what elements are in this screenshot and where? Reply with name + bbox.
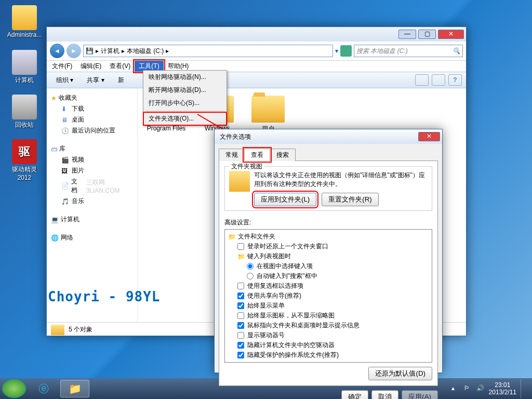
tab-general[interactable]: 常规 (219, 149, 245, 161)
advanced-setting-item[interactable]: 使用复选框以选择项 (228, 281, 429, 291)
computer-icon: 💻 (51, 216, 59, 223)
menu-map-drive[interactable]: 映射网络驱动器(N)... (143, 71, 227, 84)
taskbar-explorer[interactable]: 📁 (60, 380, 89, 397)
menu-sync-center[interactable]: 打开同步中心(S)... (143, 97, 227, 110)
sidebar-computer[interactable]: 💻计算机 (49, 214, 135, 225)
checkbox[interactable] (237, 292, 244, 299)
date: 2013/2/11 (489, 389, 516, 396)
advanced-setting-item[interactable]: 登录时还原上一个文件夹窗口 (228, 242, 429, 251)
library-icon: 🗃 (51, 145, 57, 153)
breadcrumb[interactable]: 💾 ▸ 计算机 ▸ 本地磁盘 (C:) ▸ (83, 45, 333, 57)
forward-button[interactable]: ► (66, 44, 81, 58)
checkbox[interactable] (237, 243, 244, 250)
checkbox[interactable] (237, 302, 244, 309)
advanced-setting-item[interactable]: 自动键入到"搜索"框中 (228, 271, 429, 281)
ok-button[interactable]: 确定 (341, 390, 368, 399)
app-icon: 驱 (12, 139, 37, 164)
flag-icon[interactable]: 🏳 (464, 384, 472, 393)
cancel-button[interactable]: 取消 (371, 390, 398, 399)
toolbar-new[interactable]: 新 (113, 75, 129, 86)
volume-icon[interactable]: 🔊 (476, 384, 485, 393)
sidebar-item-desktop[interactable]: 🖥桌面 (49, 114, 135, 125)
toolbar-share[interactable]: 共享 ▾ (82, 75, 109, 86)
sidebar-item-pictures[interactable]: 🖼图片 (49, 165, 135, 176)
sidebar-item-recent[interactable]: 🕓最近访问的位置 (49, 125, 135, 136)
menu-file[interactable]: 文件(F) (48, 61, 76, 72)
reset-folders-button[interactable]: 重置文件夹(R) (322, 193, 379, 206)
desktop-icon-label: 回收站 (15, 121, 34, 128)
preview-pane-button[interactable] (432, 74, 445, 86)
checkbox[interactable] (237, 342, 244, 349)
sidebar-item-music[interactable]: 🎵音乐 (49, 196, 135, 207)
view-mode-button[interactable] (415, 74, 429, 86)
close-button[interactable]: ✕ (438, 30, 464, 39)
checkbox[interactable] (237, 322, 244, 329)
close-button[interactable]: ✕ (418, 132, 440, 141)
advanced-setting-item[interactable]: 鼠标指向文件夹和桌面项时显示提示信息 (228, 321, 429, 330)
advanced-setting-item: 📁文件和文件夹 (228, 232, 429, 242)
show-desktop-button[interactable] (521, 379, 526, 398)
folder-options-dialog: 文件夹选项 ✕ 常规 查看 搜索 文件夹视图 可以将该文件夹正在使用的视图（例如… (214, 129, 443, 373)
radio[interactable] (247, 273, 254, 280)
tab-view[interactable]: 查看 (244, 149, 270, 161)
sidebar-libraries[interactable]: 🗃库 (49, 143, 135, 154)
taskbar-ie[interactable]: ⓔ (29, 380, 58, 397)
menu-view[interactable]: 查看(V) (105, 61, 135, 72)
minimize-button[interactable]: — (398, 30, 416, 39)
sidebar-item-video[interactable]: 🎬视频 (49, 154, 135, 165)
breadcrumb-item[interactable]: 本地磁盘 (C:) (127, 47, 164, 56)
advanced-setting-item[interactable]: 隐藏受保护的操作系统文件(推荐) (228, 350, 429, 360)
folder-item[interactable]: 用户 (245, 96, 291, 134)
breadcrumb-item[interactable]: 计算机 (101, 47, 119, 56)
toolbar: 组织 ▾ 共享 ▾ 新 ? (47, 72, 466, 88)
desktop-icon-admin[interactable]: Administra... (6, 5, 43, 38)
desktop-icon: 🖥 (61, 116, 70, 124)
advanced-label: 高级设置: (224, 218, 432, 227)
maximize-button[interactable]: ▢ (418, 30, 436, 39)
clock[interactable]: 23:01 2013/2/11 (489, 381, 516, 396)
dialog-titlebar[interactable]: 文件夹选项 ✕ (215, 129, 442, 144)
tab-search[interactable]: 搜索 (270, 149, 296, 161)
desktop-icon-computer[interactable]: 计算机 (6, 50, 43, 85)
desktop-icon-driver[interactable]: 驱 驱动精灵2012 (6, 139, 43, 181)
video-icon: 🎬 (61, 156, 70, 164)
folder-views-group: 文件夹视图 可以将该文件夹正在使用的视图（例如"详细信息"或"图标"）应用到所有… (224, 166, 432, 211)
ie-icon: ⓔ (38, 382, 49, 396)
menu-disconnect-drive[interactable]: 断开网络驱动器(D)... (143, 84, 227, 97)
restore-defaults-button[interactable]: 还原为默认值(D) (368, 367, 432, 380)
folder-icon (251, 96, 285, 123)
sidebar-network[interactable]: 🌐网络 (49, 232, 135, 243)
menu-edit[interactable]: 编辑(E) (76, 61, 105, 72)
advanced-setting-item[interactable]: 始终显示图标，从不显示缩略图 (228, 311, 429, 321)
sidebar-item-documents[interactable]: 📄文档三联网 3LIAN.COM (49, 176, 135, 196)
advanced-setting-item[interactable]: 使用共享向导(推荐) (228, 291, 429, 301)
sidebar-item-downloads[interactable]: ⬇下载 (49, 103, 135, 114)
radio[interactable] (247, 263, 254, 270)
apply-button[interactable]: 应用(A) (402, 390, 438, 399)
sidebar: ★收藏夹 ⬇下载 🖥桌面 🕓最近访问的位置 🗃库 🎬视频 🖼图片 📄文档三联网 … (47, 88, 138, 322)
help-button[interactable]: ? (448, 74, 462, 86)
back-button[interactable]: ◄ (50, 44, 64, 58)
checkbox[interactable] (237, 352, 244, 358)
advanced-setting-item[interactable]: 在视图中选择键入项 (228, 261, 429, 271)
checkbox[interactable] (237, 283, 244, 289)
titlebar[interactable]: — ▢ ✕ (47, 27, 466, 42)
search-input[interactable]: 搜索 本地磁盘 (C:) 🔍 (354, 45, 463, 57)
refresh-button[interactable] (340, 45, 352, 57)
start-button[interactable] (2, 379, 26, 398)
advanced-setting-item[interactable]: 隐藏计算机文件夹中的空驱动器 (228, 340, 429, 350)
desktop-icon-recyclebin[interactable]: 回收站 (6, 95, 43, 129)
checkbox[interactable] (237, 332, 244, 339)
advanced-list[interactable]: 📁文件和文件夹登录时还原上一个文件夹窗口📁键入列表视图时在视图中选择键入项自动键… (224, 229, 432, 363)
apply-to-folders-button[interactable]: 应用到文件夹(L) (254, 193, 316, 206)
checkbox[interactable] (237, 312, 244, 319)
advanced-setting-item[interactable]: 始终显示菜单 (228, 301, 429, 311)
menu-folder-options[interactable]: 文件夹选项(O)... (143, 112, 227, 125)
pictures-icon: 🖼 (61, 167, 70, 175)
advanced-setting-item[interactable]: 显示驱动器号 (228, 330, 429, 340)
star-icon: ★ (51, 95, 57, 102)
search-icon: 🔍 (453, 47, 460, 55)
tray-arrow-icon[interactable]: ▴ (451, 384, 460, 393)
sidebar-favorites[interactable]: ★收藏夹 (49, 92, 135, 103)
toolbar-organize[interactable]: 组织 ▾ (51, 75, 78, 86)
